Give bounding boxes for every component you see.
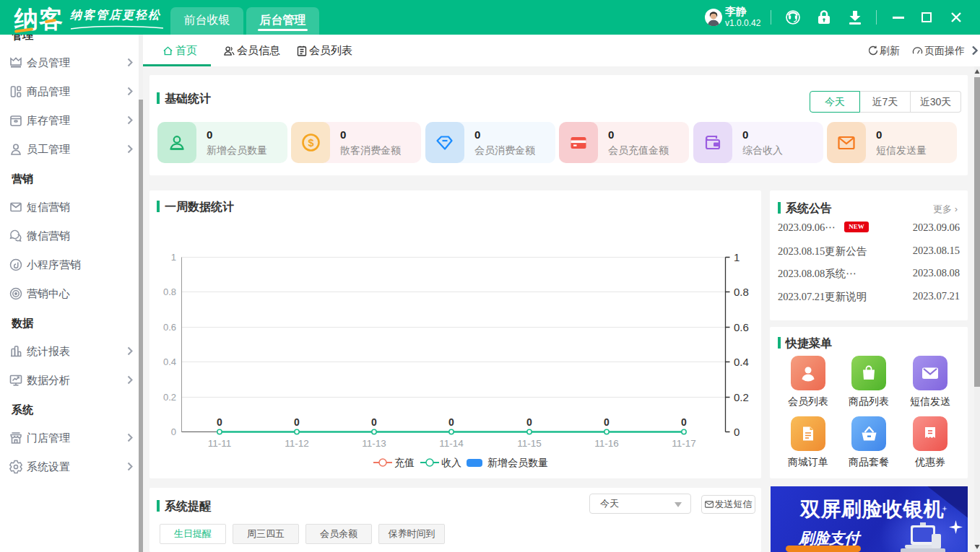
svg-text:0: 0 [734,426,740,438]
svg-text:1: 1 [171,252,176,263]
svg-text:11-14: 11-14 [439,438,464,449]
svg-text:收入: 收入 [441,457,461,468]
svg-text:0.4: 0.4 [163,356,176,367]
svg-text:0: 0 [171,426,176,437]
svg-text:0.4: 0.4 [734,356,749,368]
svg-text:0.8: 0.8 [734,286,749,298]
svg-text:0: 0 [371,416,377,428]
svg-text:11-16: 11-16 [594,438,619,449]
svg-text:$: $ [308,137,313,149]
svg-text:0: 0 [448,416,454,428]
svg-text:新增会员数量: 新增会员数量 [487,457,548,468]
svg-text:0: 0 [526,416,532,428]
svg-text:0.6: 0.6 [163,322,176,333]
svg-text:充值: 充值 [394,457,415,468]
svg-text:0.2: 0.2 [734,391,749,403]
svg-text:11-13: 11-13 [362,438,386,449]
svg-text:0: 0 [294,416,300,428]
svg-text:0: 0 [217,416,222,428]
svg-text:0.2: 0.2 [163,392,176,403]
svg-text:11-12: 11-12 [285,438,309,449]
svg-text:0: 0 [604,416,610,428]
svg-text:11-15: 11-15 [517,438,542,449]
svg-text:0: 0 [681,416,687,428]
svg-text:0.6: 0.6 [734,321,749,333]
svg-text:0.8: 0.8 [163,286,176,297]
svg-text:1: 1 [734,251,740,263]
svg-text:11-17: 11-17 [672,438,696,449]
svg-text:11-11: 11-11 [208,438,232,449]
